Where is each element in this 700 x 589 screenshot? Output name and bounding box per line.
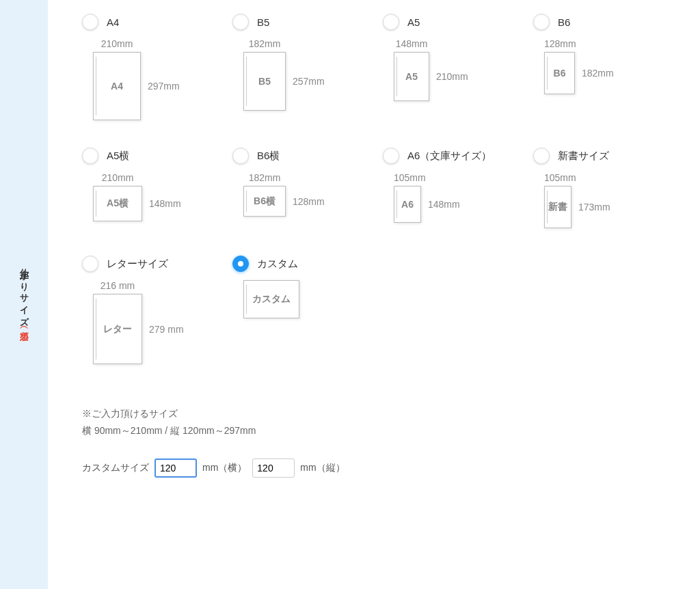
custom-height-input[interactable] [252, 458, 295, 478]
size-diagram: 128mmB6182mm [544, 38, 684, 94]
height-dimension: 148mm [149, 198, 181, 209]
size-option: カスタムカスタム [232, 256, 383, 364]
size-diagram: カスタム [243, 280, 383, 318]
size-radio-row[interactable]: カスタム [232, 256, 383, 272]
sidebar: 仕上がりサイズ（必須） [0, 0, 48, 589]
page-preview-box: 新書 [544, 186, 571, 228]
size-option-label: B6 [558, 16, 570, 28]
radio-button[interactable] [533, 148, 550, 164]
page-preview-box: レター [93, 294, 142, 364]
radio-button[interactable] [82, 14, 98, 30]
custom-width-input[interactable] [154, 458, 197, 478]
size-radio-row[interactable]: A6（文庫サイズ） [383, 148, 533, 164]
size-option-label: レターサイズ [107, 258, 168, 271]
height-dimension: 210mm [436, 71, 468, 82]
note-line-1: ※ご入力頂けるサイズ [82, 405, 686, 422]
size-diagram: 105mm新書173mm [544, 172, 684, 228]
size-option: A5横210mmA5横148mm [82, 148, 232, 228]
custom-size-label: カスタムサイズ [82, 462, 149, 474]
size-diagram: 182mmB5257mm [243, 38, 383, 111]
size-diagram: 182mmB6横128mm [243, 172, 383, 217]
size-diagram: 148mmA5210mm [394, 38, 533, 101]
radio-button[interactable] [383, 14, 399, 30]
page-preview-box: A5横 [93, 186, 142, 221]
page-preview-row: A5210mm [394, 52, 468, 101]
size-option-label: 新書サイズ [558, 150, 609, 163]
radio-button[interactable] [533, 14, 550, 30]
size-option-label: B5 [257, 16, 269, 28]
section-title: 仕上がりサイズ（必須） [17, 262, 31, 328]
custom-size-row: カスタムサイズ mm（横） mm（縦） [82, 458, 686, 478]
radio-button[interactable] [82, 148, 98, 164]
size-option: A4210mmA4297mm [82, 14, 232, 120]
size-option: B6横182mmB6横128mm [232, 148, 383, 228]
size-radio-row[interactable]: B6 [533, 14, 684, 30]
size-radio-row[interactable]: A4 [82, 14, 232, 30]
page-preview-row: B6横128mm [243, 186, 325, 217]
width-dimension: 216 mm [93, 280, 142, 291]
size-option-label: A6（文庫サイズ） [407, 150, 492, 163]
size-radio-row[interactable]: B6横 [232, 148, 383, 164]
size-option-label: A5横 [107, 150, 129, 163]
height-dimension: 257mm [293, 76, 325, 87]
size-options-grid: A4210mmA4297mmB5182mmB5257mmA5148mmA5210… [82, 14, 686, 385]
custom-height-unit: mm（縦） [300, 462, 345, 474]
size-option-label: A4 [107, 16, 119, 28]
size-option: B6128mmB6182mm [533, 14, 684, 120]
radio-button[interactable] [82, 256, 98, 272]
page-preview-row: 新書173mm [544, 186, 610, 228]
page-preview-box: B5 [243, 52, 286, 111]
page-preview-box: A6 [394, 186, 421, 223]
input-range-note: ※ご入力頂けるサイズ 横 90mm～210mm / 縦 120mm～297mm [82, 405, 686, 439]
radio-button[interactable] [383, 148, 399, 164]
page-preview-row: カスタム [243, 280, 299, 318]
size-diagram: 210mmA4297mm [93, 38, 232, 120]
custom-width-unit: mm（横） [202, 462, 247, 474]
size-diagram: 105mmA6148mm [394, 172, 533, 223]
size-radio-row[interactable]: A5 [383, 14, 533, 30]
width-dimension: 105mm [394, 172, 421, 183]
size-option: 新書サイズ105mm新書173mm [533, 148, 684, 228]
page-preview-row: B5257mm [243, 52, 325, 111]
width-dimension: 210mm [93, 172, 142, 183]
page-preview-box: A5 [394, 52, 429, 101]
size-option: A5148mmA5210mm [383, 14, 533, 120]
page-preview-row: A5横148mm [93, 186, 181, 221]
page-preview-box: B6 [544, 52, 575, 94]
height-dimension: 297mm [148, 81, 180, 92]
page-preview-row: B6182mm [544, 52, 614, 94]
width-dimension: 148mm [394, 38, 429, 49]
note-line-2: 横 90mm～210mm / 縦 120mm～297mm [82, 422, 686, 439]
size-option: レターサイズ216 mmレター279 mm [82, 256, 232, 364]
main-content: A4210mmA4297mmB5182mmB5257mmA5148mmA5210… [48, 0, 700, 589]
page-preview-box: B6横 [243, 186, 286, 217]
height-dimension: 182mm [582, 68, 614, 79]
width-dimension: 105mm [544, 172, 571, 183]
size-option-label: A5 [407, 16, 420, 28]
size-radio-row[interactable]: レターサイズ [82, 256, 232, 272]
page-preview-row: A6148mm [394, 186, 460, 223]
radio-button[interactable] [232, 14, 249, 30]
size-option: A6（文庫サイズ）105mmA6148mm [383, 148, 533, 228]
height-dimension: 173mm [578, 202, 610, 213]
height-dimension: 279 mm [149, 324, 184, 335]
page-preview-row: A4297mm [93, 52, 180, 120]
size-radio-row[interactable]: B5 [232, 14, 383, 30]
size-option-label: カスタム [257, 258, 298, 271]
width-dimension: 182mm [243, 38, 286, 49]
size-radio-row[interactable]: 新書サイズ [533, 148, 684, 164]
page-preview-box: A4 [93, 52, 141, 120]
size-option: B5182mmB5257mm [232, 14, 383, 120]
page-preview-row: レター279 mm [93, 294, 184, 364]
width-dimension: 182mm [243, 172, 286, 183]
radio-button[interactable] [232, 148, 249, 164]
radio-button[interactable] [232, 256, 249, 272]
height-dimension: 148mm [428, 199, 460, 210]
page-preview-box: カスタム [243, 280, 299, 318]
size-diagram: 216 mmレター279 mm [93, 280, 232, 364]
section-title-text: 仕上がりサイズ [19, 262, 29, 323]
width-dimension: 210mm [93, 38, 141, 49]
size-diagram: 210mmA5横148mm [93, 172, 232, 221]
size-radio-row[interactable]: A5横 [82, 148, 232, 164]
required-badge: （必須） [19, 323, 29, 328]
